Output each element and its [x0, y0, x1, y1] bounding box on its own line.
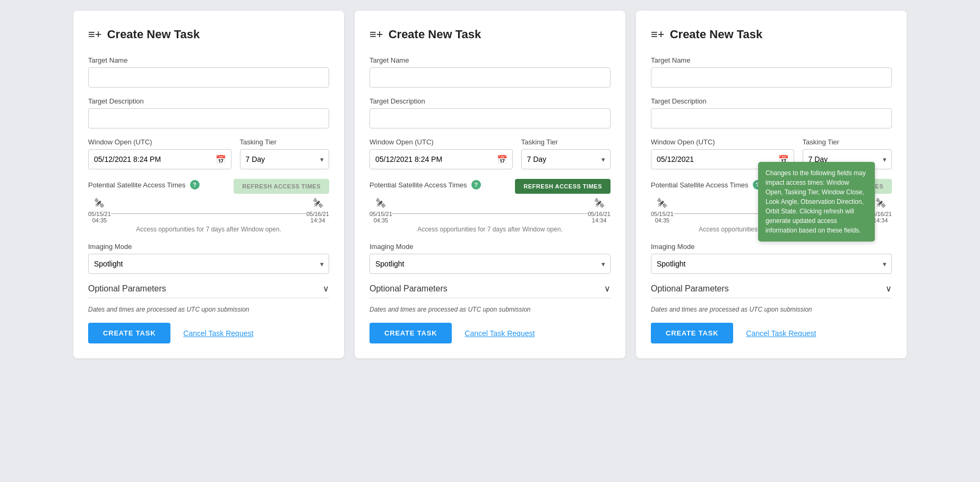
satellite-help-badge-1[interactable]: ? — [190, 180, 200, 190]
access-times-tooltip: Changes to the following fields may impa… — [758, 162, 875, 242]
window-open-label-3: Window Open (UTC) — [651, 138, 794, 146]
cancel-link-2[interactable]: Cancel Task Request — [465, 329, 535, 338]
optional-params-chevron-2: ∨ — [604, 283, 611, 294]
window-open-group-1: Window Open (UTC) 📅 — [88, 138, 231, 169]
create-task-btn-3[interactable]: CREATE TASK — [651, 323, 733, 343]
access-note-2: Access opportunities for 7 days after Wi… — [369, 226, 611, 233]
tasklist-icon-3: ≡+ — [651, 28, 665, 41]
sat-time-1b: 14:34 — [311, 217, 325, 223]
imaging-mode-label-3: Imaging Mode — [651, 243, 892, 251]
sat-date-2a: 05/15/21 — [369, 211, 392, 217]
imaging-mode-select-3[interactable]: Spotlight Strip Video — [651, 254, 892, 274]
sat-date-3a: 05/15/21 — [651, 211, 674, 217]
action-row-2: CREATE TASK Cancel Task Request — [369, 323, 611, 343]
target-name-group-3: Target Name — [651, 56, 892, 88]
window-open-input-1[interactable] — [88, 149, 231, 169]
window-open-group-2: Window Open (UTC) 📅 — [369, 138, 513, 169]
satellite-icon-2b: 🛰 — [595, 198, 604, 209]
action-row-3: CREATE TASK Cancel Task Request — [651, 323, 892, 343]
satellite-timeline-2: 🛰 05/15/21 04:35 🛰 05/16/21 14:34 — [369, 198, 611, 223]
target-name-label-1: Target Name — [88, 56, 329, 64]
satellite-icon-3b: 🛰 — [876, 198, 886, 209]
sat-date-1a: 05/15/21 — [88, 211, 111, 217]
target-name-group-1: Target Name — [88, 56, 329, 88]
tasking-tier-select-wrap-2: 7 Day 1 Day 3 Day 14 Day ▾ — [521, 149, 611, 169]
target-name-input-2[interactable] — [369, 67, 611, 88]
sat-pass-1b: 🛰 05/16/21 14:34 — [306, 198, 329, 223]
tasklist-icon-2: ≡+ — [369, 28, 383, 41]
create-task-card-3: ≡+ Create New Task Target Name Target De… — [636, 11, 907, 358]
satellite-label-text-2: Potential Satellite Access Times — [369, 181, 467, 189]
sat-date-2b: 05/16/21 — [588, 211, 611, 217]
satellite-timeline-1: 🛰 05/15/21 04:35 🛰 05/16/21 14:34 — [88, 198, 329, 223]
imaging-mode-select-2[interactable]: Spotlight Strip Video — [369, 254, 611, 274]
optional-params-label-3: Optional Parameters — [651, 284, 729, 294]
target-desc-group-3: Target Description — [651, 97, 892, 128]
page-title-1: Create New Task — [107, 28, 200, 41]
satellite-icon-1a: 🛰 — [94, 198, 104, 209]
cancel-link-3[interactable]: Cancel Task Request — [746, 329, 816, 338]
satellite-label-text-1: Potential Satellite Access Times — [88, 181, 186, 189]
satellite-icon-2a: 🛰 — [376, 198, 385, 209]
target-desc-input-1[interactable] — [88, 108, 329, 128]
create-task-btn-1[interactable]: CREATE TASK — [88, 323, 170, 343]
window-open-input-2[interactable] — [369, 149, 513, 169]
tasking-tier-select-2[interactable]: 7 Day 1 Day 3 Day 14 Day — [521, 149, 611, 169]
optional-params-label-1: Optional Parameters — [88, 284, 166, 294]
tasking-tier-label-2: Tasking Tier — [521, 138, 611, 146]
imaging-mode-group-2: Imaging Mode Spotlight Strip Video ▾ — [369, 243, 611, 274]
utc-note-2: Dates and times are processed as UTC upo… — [369, 306, 611, 313]
sat-time-3b: 14:34 — [873, 217, 888, 223]
target-desc-input-2[interactable] — [369, 108, 611, 128]
optional-params-row-3[interactable]: Optional Parameters ∨ — [651, 283, 892, 298]
window-open-input-wrap-2: 📅 — [369, 149, 513, 169]
satellite-section-2: Potential Satellite Access Times ? REFRE… — [369, 179, 611, 233]
tasklist-icon-1: ≡+ — [88, 28, 102, 41]
optional-params-row-1[interactable]: Optional Parameters ∨ — [88, 283, 329, 298]
target-desc-label-3: Target Description — [651, 97, 892, 105]
imaging-mode-select-wrap-2: Spotlight Strip Video ▾ — [369, 254, 611, 274]
card-title-2: ≡+ Create New Task — [369, 28, 611, 41]
window-open-label-2: Window Open (UTC) — [369, 138, 513, 146]
create-task-btn-2[interactable]: CREATE TASK — [369, 323, 452, 343]
tasking-tier-select-1[interactable]: 7 Day 1 Day 3 Day 14 Day — [240, 149, 329, 169]
optional-params-chevron-3: ∨ — [886, 283, 892, 294]
sat-pass-3a: 🛰 05/15/21 04:35 — [651, 198, 674, 223]
satellite-icon-3a: 🛰 — [657, 198, 667, 209]
target-desc-input-3[interactable] — [651, 108, 892, 128]
timeline-line-2 — [392, 213, 588, 214]
imaging-mode-group-1: Imaging Mode Spotlight Strip Video ▾ — [88, 243, 329, 274]
sat-time-2b: 14:34 — [592, 217, 607, 223]
utc-note-3: Dates and times are processed as UTC upo… — [651, 306, 892, 313]
tasking-tier-label-1: Tasking Tier — [240, 138, 329, 146]
target-desc-group-1: Target Description — [88, 97, 329, 128]
page-title-2: Create New Task — [389, 28, 481, 41]
imaging-mode-group-3: Imaging Mode Spotlight Strip Video ▾ — [651, 243, 892, 274]
window-open-input-wrap-1: 📅 — [88, 149, 231, 169]
window-open-label-1: Window Open (UTC) — [88, 138, 231, 146]
refresh-access-btn-1[interactable]: REFRESH ACCESS TIMES — [234, 179, 329, 194]
target-name-input-1[interactable] — [88, 67, 329, 88]
target-name-label-2: Target Name — [369, 56, 611, 64]
card-title-3: ≡+ Create New Task — [651, 28, 892, 41]
optional-params-row-2[interactable]: Optional Parameters ∨ — [369, 283, 611, 298]
target-desc-label-1: Target Description — [88, 97, 329, 105]
imaging-mode-select-wrap-1: Spotlight Strip Video ▾ — [88, 254, 329, 274]
imaging-mode-label-1: Imaging Mode — [88, 243, 329, 251]
imaging-mode-select-wrap-3: Spotlight Strip Video ▾ — [651, 254, 892, 274]
card-title-1: ≡+ Create New Task — [88, 28, 329, 41]
access-note-1: Access opportunities for 7 days after Wi… — [88, 226, 329, 233]
satellite-section-1: Potential Satellite Access Times ? REFRE… — [88, 179, 329, 233]
imaging-mode-select-1[interactable]: Spotlight Strip Video — [88, 254, 329, 274]
tasking-tier-group-1: Tasking Tier 7 Day 1 Day 3 Day 14 Day ▾ — [240, 138, 329, 169]
satellite-label-wrap-1: Potential Satellite Access Times ? — [88, 180, 200, 190]
satellite-label-wrap-2: Potential Satellite Access Times ? — [369, 180, 481, 190]
satellite-header-row-1: Potential Satellite Access Times ? REFRE… — [88, 179, 329, 194]
sat-time-1a: 04:35 — [92, 217, 107, 223]
target-name-input-3[interactable] — [651, 67, 892, 88]
optional-params-chevron-1: ∨ — [323, 283, 329, 294]
refresh-access-btn-2[interactable]: REFRESH ACCESS TIMES — [515, 179, 611, 194]
utc-note-1: Dates and times are processed as UTC upo… — [88, 306, 329, 313]
satellite-help-badge-2[interactable]: ? — [471, 180, 481, 190]
cancel-link-1[interactable]: Cancel Task Request — [183, 329, 253, 338]
